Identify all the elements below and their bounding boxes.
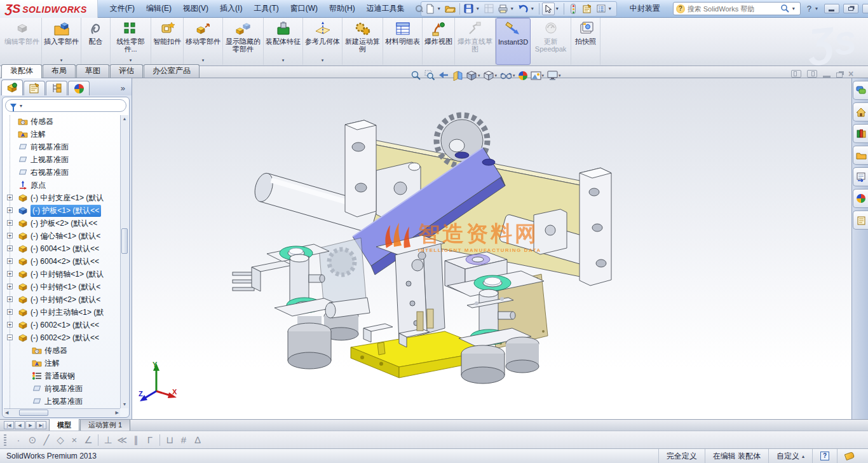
ribbon-edit-component[interactable]: 编辑零部件 — [3, 18, 42, 65]
angle-snap-icon[interactable]: ∠ — [81, 434, 95, 446]
ribbon-bom[interactable]: 材料明细表 — [383, 18, 423, 65]
doc-close-button[interactable]: × — [848, 70, 853, 78]
tab-evaluate[interactable]: 评估 — [110, 64, 143, 78]
menu-view[interactable]: 视图(V) — [177, 0, 214, 17]
display-style-icon[interactable]: ▾ — [484, 70, 498, 81]
menu-window[interactable]: 窗口(W) — [285, 0, 323, 17]
tree-item-annotations[interactable]: 注解 — [3, 357, 120, 370]
filter-caret[interactable]: ▾ — [20, 103, 22, 109]
tree-item-top-plane[interactable]: 上视基准面 — [3, 153, 120, 166]
ribbon-show-hidden[interactable]: 显示隐藏的零部件 — [223, 18, 264, 65]
resources-tab[interactable] — [853, 102, 868, 121]
zoom-to-fit-icon[interactable] — [410, 70, 421, 81]
menu-help[interactable]: 帮助(H) — [323, 0, 361, 17]
search-caret[interactable]: ▾ — [792, 6, 797, 11]
ribbon-mate[interactable]: 配合 — [81, 18, 111, 65]
length-snap-icon[interactable]: ⊔ — [163, 434, 177, 446]
line-snap-icon[interactable]: ╱ — [39, 434, 53, 446]
search-input[interactable] — [688, 5, 778, 13]
tree-item-component-expanded[interactable]: −(-) 6002<2> (默认<< — [3, 331, 120, 344]
angle-grid-snap-icon[interactable]: ∆ — [191, 434, 205, 445]
toolbar-gripper[interactable] — [4, 434, 6, 446]
undo-button[interactable] — [517, 3, 530, 15]
apply-scene-icon[interactable]: ▾ — [531, 71, 545, 81]
tree-item-component[interactable]: +(-) 中封销<1> (默认< — [3, 280, 120, 293]
tree-item-component-selected[interactable]: +(-) 护板<1> (默认<< — [3, 204, 120, 217]
model-right-bearing-lug[interactable] — [534, 209, 567, 254]
search-icon[interactable] — [780, 4, 790, 13]
options-caret[interactable]: ▾ — [609, 6, 614, 11]
configurationmanager-tab[interactable] — [46, 81, 67, 95]
status-help[interactable]: ? — [812, 449, 837, 463]
menu-maidi-tools[interactable]: 迈迪工具集 — [361, 0, 410, 17]
undo-caret[interactable]: ▾ — [531, 6, 536, 11]
file-properties-button[interactable] — [581, 3, 593, 15]
view-palette-tab[interactable] — [853, 167, 868, 186]
tab-sketch[interactable]: 草图 — [76, 64, 109, 78]
model-tab[interactable]: 模型 — [49, 419, 79, 432]
new-document-button[interactable] — [424, 3, 437, 15]
parallel-snap-icon[interactable]: ∥ — [129, 434, 143, 446]
tab-office-products[interactable]: 办公室产品 — [144, 64, 200, 78]
ribbon-explode-line-sketch[interactable]: 爆炸直线草图 — [455, 18, 496, 65]
ribbon-exploded-view[interactable]: 爆炸视图 — [423, 18, 455, 65]
tab-assembly[interactable]: 装配体 — [1, 64, 42, 78]
scroll-up-arrow[interactable]: ▲ — [121, 115, 128, 123]
new-document-caret[interactable]: ▾ — [438, 6, 443, 11]
ribbon-move-component[interactable]: 移动零部件 ▾ — [184, 18, 223, 65]
tree-item-component[interactable]: +(-) 护板<2> (默认<< — [3, 217, 120, 230]
scroll-thumb-h[interactable] — [19, 410, 48, 416]
3d-model[interactable] — [132, 78, 851, 419]
ribbon-assembly-features[interactable]: 装配体特征 ▾ — [264, 18, 303, 65]
ribbon-new-motion-study[interactable]: 新建运动算例 — [342, 18, 383, 65]
tree-item-component[interactable]: +(-) 偏心轴<1> (默认< — [3, 230, 120, 242]
select-tool-button[interactable] — [542, 3, 555, 15]
zoom-to-area-icon[interactable] — [424, 70, 435, 81]
ribbon-take-snapshot[interactable]: 拍快照 — [571, 18, 600, 65]
propertymanager-tab[interactable] — [24, 81, 45, 95]
forum-tab[interactable] — [853, 81, 868, 100]
hv-snap-icon[interactable]: Γ — [143, 434, 157, 445]
tree-item-origin[interactable]: 原点 — [3, 179, 120, 191]
tree-item-annotations[interactable]: 注解 — [3, 128, 120, 141]
ribbon-insert-component[interactable]: 插入零部件 ▾ — [42, 18, 81, 65]
tree-item-component[interactable]: +(-) 6004<2> (默认<< — [3, 255, 120, 268]
drawing-button[interactable] — [483, 3, 496, 15]
ribbon-linear-pattern[interactable]: 线性零部件... ▾ — [111, 18, 151, 65]
tree-item-sensors[interactable]: 传感器 — [3, 344, 120, 357]
print-button[interactable] — [497, 3, 510, 15]
doc-minimize-button[interactable] — [823, 76, 831, 78]
save-caret[interactable]: ▾ — [477, 6, 482, 11]
quadrant-snap-icon[interactable]: ◇ — [53, 434, 67, 446]
ribbon-instant3d[interactable]: Instant3D — [496, 18, 531, 65]
tangent-snap-icon[interactable]: ≪ — [115, 434, 129, 446]
open-button[interactable] — [444, 3, 457, 15]
minimize-button[interactable] — [824, 4, 839, 13]
tree-item-component[interactable]: +(-) 中封主动轴<1> (默 — [3, 306, 120, 319]
menu-insert[interactable]: 插入(I) — [214, 0, 248, 17]
restore-button[interactable] — [843, 4, 858, 13]
tree-filter[interactable]: ▾ — [5, 99, 126, 112]
featuremanager-tab[interactable] — [1, 79, 23, 95]
tree-item-right-plane[interactable]: 右视基准面 — [3, 166, 120, 179]
options-button[interactable] — [595, 3, 607, 15]
displaymanager-tab[interactable] — [68, 81, 90, 95]
view-settings-icon[interactable]: ▾ — [547, 71, 561, 81]
hide-show-items-icon[interactable]: ▾ — [500, 71, 515, 80]
ribbon-update-speedpak[interactable]: 更新 Speedpak — [531, 18, 571, 65]
status-tag[interactable] — [837, 449, 862, 463]
help-caret[interactable]: ▾ — [815, 6, 820, 11]
tab-layout[interactable]: 布局 — [43, 64, 76, 78]
tree-item-sensors[interactable]: 传感器 — [3, 115, 120, 128]
tab-nav-buttons[interactable]: |◀◀▶▶| — [0, 420, 49, 429]
edit-appearance-icon[interactable] — [519, 71, 527, 80]
model-left-bracket[interactable] — [345, 120, 376, 217]
split-pane-right-button[interactable] — [807, 70, 817, 78]
point-snap-icon[interactable]: · — [11, 434, 25, 445]
print-caret[interactable]: ▾ — [511, 6, 516, 11]
tree-item-component[interactable]: +(-) 中封销轴<1> (默认 — [3, 268, 120, 280]
tree-item-material[interactable]: 普通碳钢 — [3, 370, 120, 382]
perpendicular-snap-icon[interactable]: ⊥ — [101, 434, 115, 446]
close-button[interactable]: × — [862, 4, 868, 13]
select-tool-caret[interactable]: ▾ — [556, 6, 561, 11]
